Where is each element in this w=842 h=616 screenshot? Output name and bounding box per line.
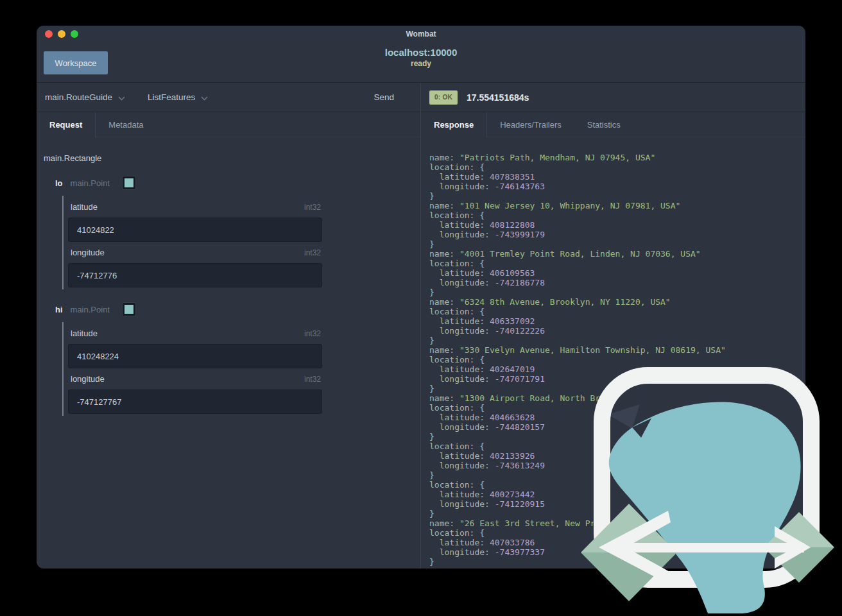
longitude-label: longitude (71, 374, 105, 384)
traffic-lights (45, 30, 78, 38)
type-label: int32 (304, 375, 321, 384)
zoom-window-button[interactable] (71, 30, 78, 38)
connection-status: localhost:10000 ready (37, 47, 805, 69)
tab-response[interactable]: Response (421, 112, 487, 137)
longitude-label: longitude (71, 248, 105, 257)
server-address: localhost:10000 (37, 47, 805, 59)
hi-longitude-input[interactable] (68, 389, 322, 414)
response-toolbar: 0: OK 17.554151684s (421, 83, 805, 112)
minimize-window-button[interactable] (58, 30, 65, 38)
latitude-label: latitude (71, 202, 98, 212)
field-label-row: longitude int32 (71, 248, 321, 257)
lo-point-group: latitude int32 longitude int32 (62, 196, 322, 289)
method-select[interactable]: ListFeatures (148, 92, 234, 103)
lo-point-checkbox[interactable] (123, 176, 135, 189)
request-tabs: Request Metadata (37, 112, 420, 137)
tab-request[interactable]: Request (37, 112, 96, 137)
response-output-area[interactable]: name: "Patriots Path, Mendham, NJ 07945,… (421, 137, 805, 569)
hi-point-group: latitude int32 longitude int32 (62, 322, 322, 416)
field-label-row: longitude int32 (71, 374, 321, 384)
hi-latitude-input[interactable] (68, 344, 322, 368)
header: Workspace localhost:10000 ready (37, 42, 805, 83)
app-window: Wombat Workspace localhost:10000 ready m… (37, 26, 805, 569)
latitude-label: latitude (71, 329, 98, 338)
field-row-lo: lo main.Point (55, 176, 420, 189)
response-pane: 0: OK 17.554151684s Response Headers/Tra… (421, 83, 805, 569)
type-label: int32 (304, 248, 321, 257)
type-label: int32 (304, 329, 321, 338)
connection-state: ready (37, 59, 805, 69)
chevron-down-icon (201, 92, 208, 103)
field-name: hi (55, 305, 63, 314)
response-tabs: Response Headers/Trailers Statistics (421, 112, 805, 137)
tab-statistics[interactable]: Statistics (574, 112, 633, 137)
request-pane: main.RouteGuide ListFeatures Send Reques… (37, 83, 421, 569)
request-form: main.Rectangle lo main.Point latitude in… (37, 137, 420, 569)
field-type: main.Point (71, 305, 110, 314)
tab-headers-trailers[interactable]: Headers/Trailers (487, 112, 574, 137)
method-select-value: ListFeatures (148, 92, 195, 102)
response-output: name: "Patriots Path, Mendham, NJ 07945,… (429, 153, 805, 567)
chevron-down-icon (118, 92, 125, 103)
type-label: int32 (304, 203, 321, 212)
lo-longitude-input[interactable] (68, 263, 322, 287)
field-label-row: latitude int32 (71, 329, 321, 338)
send-button[interactable]: Send (370, 92, 398, 103)
call-duration: 17.554151684s (467, 92, 529, 103)
request-toolbar: main.RouteGuide ListFeatures Send (37, 83, 420, 112)
close-window-button[interactable] (45, 30, 53, 38)
window-title: Wombat (406, 30, 436, 38)
lo-latitude-input[interactable] (68, 218, 322, 242)
status-badge: 0: OK (429, 90, 458, 105)
tab-metadata[interactable]: Metadata (96, 112, 156, 137)
field-name: lo (55, 178, 63, 188)
titlebar: Wombat (37, 26, 805, 42)
hi-point-checkbox[interactable] (123, 303, 135, 316)
service-select[interactable]: main.RouteGuide (45, 92, 141, 103)
service-select-value: main.RouteGuide (45, 92, 112, 102)
message-type-label: main.Rectangle (44, 153, 420, 163)
field-row-hi: hi main.Point (55, 303, 420, 316)
field-label-row: latitude int32 (71, 202, 321, 212)
field-type: main.Point (71, 178, 110, 188)
